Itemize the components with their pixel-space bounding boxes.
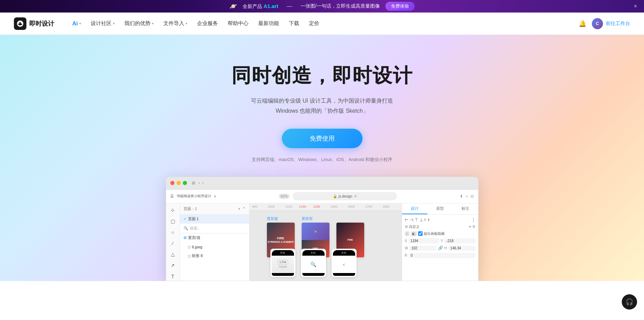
phone-frame3[interactable]: 9:41 ‹: [332, 249, 357, 277]
h-field[interactable]: 146.34: [448, 246, 475, 251]
notification-bell-icon[interactable]: 🔔: [579, 20, 586, 27]
phone-frame1[interactable]: 9:41 云书单 书店首页: [270, 249, 295, 277]
logo-area[interactable]: 即时设计: [14, 17, 54, 30]
nav-import-label: 文件导入: [163, 20, 184, 27]
rotation-row: R 0: [405, 253, 475, 258]
w-field[interactable]: 102: [409, 246, 437, 251]
nav-item-enterprise[interactable]: 企业服务: [193, 18, 222, 29]
layer-rect-label: 矩形 8: [192, 253, 203, 258]
tiles-icon[interactable]: ⊡: [471, 194, 474, 199]
tab-annotation[interactable]: 标注: [453, 203, 478, 214]
align-bottom-icon[interactable]: ⊧: [428, 217, 430, 222]
hero-subtitle-line1: 可云端编辑的专业级 UI 设计工具，为中国设计师量身打造: [251, 98, 393, 104]
app-preview-window: ⊞ ‹ › ☰ 书籍阅读类小程序设计 ▾ 62% 🔒 js.design ↺ ⬆…: [166, 177, 479, 281]
right-panel: 设计 原型 标注 ⊢ ⊣ ⊤ ⊥ ⊦ ⊧ ⋮: [402, 203, 478, 281]
project-name-label: 书籍阅读类小程序设计: [177, 194, 211, 199]
circle-tool-icon[interactable]: ○: [169, 228, 177, 237]
align-center-h-icon[interactable]: ⊣: [410, 217, 413, 222]
custom-settings-icon[interactable]: ⚙: [472, 225, 475, 229]
phone-status-bar2: 9:41: [302, 250, 325, 256]
frame2-top-image: 📚: [302, 223, 329, 240]
zoom-level[interactable]: 62%: [279, 194, 290, 199]
link-icon[interactable]: 🔗: [438, 246, 443, 250]
arrow-tool-icon[interactable]: ↗: [169, 261, 177, 270]
nav-item-features[interactable]: 最新功能: [254, 18, 283, 29]
layer-page1[interactable]: ✓ 页面 1: [180, 215, 249, 224]
banner-icon: 🪐: [229, 2, 237, 10]
layer-image[interactable]: □ 6.jpeg: [180, 242, 249, 251]
menu-icon[interactable]: ☰: [170, 194, 174, 199]
props-section: ⊢ ⊣ ⊤ ⊥ ⊦ ⊧ ⋮ ⊞ 自定义 ▾ ⚙: [402, 215, 478, 263]
nav-item-import[interactable]: 文件导入 ▾: [159, 18, 191, 29]
left-toolbar: ⊹ ▢ ○ ∕ △ ↗ T: [166, 203, 180, 281]
nav-ai-label: Ai: [72, 21, 78, 27]
phone-frame2[interactable]: 9:41 🔍: [301, 249, 326, 277]
overflow-checkbox[interactable]: [418, 231, 423, 236]
phone-bottom2: [302, 273, 325, 276]
overflow-label-text: 超出画板隐藏: [424, 231, 445, 236]
window-minimize-dot[interactable]: [177, 181, 181, 185]
r-field[interactable]: 0: [409, 253, 475, 258]
y-field[interactable]: -218: [445, 238, 475, 243]
custom-def-row: ⊞ 自定义 ▾ ⚙: [405, 224, 475, 229]
frame2-label: 置页/百: [302, 216, 313, 221]
hero-cta-button[interactable]: 免费使用: [282, 129, 362, 148]
x-label: X: [405, 239, 407, 243]
align-middle-v-icon[interactable]: ⊦: [424, 217, 426, 222]
window-maximize-dot[interactable]: [183, 181, 187, 185]
h-label: H: [445, 246, 447, 250]
nav-download-label: 下载: [289, 20, 299, 27]
nav-item-help[interactable]: 帮助中心: [223, 18, 253, 29]
banner-close-button[interactable]: ×: [634, 3, 637, 9]
layer-search-bar[interactable]: 🔍 搜索...: [180, 224, 249, 233]
alignment-row: ⊢ ⊣ ⊤ ⊥ ⊦ ⊧ ⋮: [405, 217, 475, 222]
align-top-icon[interactable]: ⊥: [419, 217, 423, 222]
text-tool-icon[interactable]: T: [169, 272, 177, 281]
banner-cta-button[interactable]: 免费体验: [385, 2, 415, 11]
distribute-icon[interactable]: ⋮: [471, 217, 475, 222]
custom-dropdown-icon[interactable]: ▾: [469, 225, 471, 229]
checkmark-icon: ✓: [184, 217, 187, 221]
layer-frame-label: 置页/首: [188, 235, 201, 240]
pen-tool-icon[interactable]: ∕: [169, 239, 177, 248]
nav-item-download[interactable]: 下载: [285, 18, 303, 29]
window-close-dot[interactable]: [170, 181, 174, 185]
nav-item-advantages[interactable]: 我们的优势 ▾: [120, 18, 158, 29]
hero-title: 同时创造，即时设计: [231, 63, 413, 89]
x-field[interactable]: 1194: [408, 238, 439, 243]
add-tab-icon[interactable]: +: [466, 194, 468, 198]
forward-icon[interactable]: ›: [202, 181, 204, 185]
align-left-icon[interactable]: ⊢: [405, 217, 408, 222]
nav-item-ai[interactable]: Ai ▾: [68, 18, 85, 29]
overflow-checkbox-label[interactable]: 超出画板隐藏: [418, 231, 445, 236]
triangle-tool-icon[interactable]: △: [169, 250, 177, 258]
window-url-bar-row: ☰ 书籍阅读类小程序设计 ▾ 62% 🔒 js.design ↺ ⬆ + ⊡: [166, 190, 478, 203]
expand-pages-icon[interactable]: ⌃: [243, 207, 246, 211]
align-right-icon[interactable]: ⊤: [415, 217, 418, 222]
banner-product-name: A1: [263, 3, 270, 9]
layer-frame[interactable]: ⊞ 置页/首: [180, 233, 249, 242]
hero-subtitle-line2: Windows 也能用的「协作版 Sketch」: [276, 108, 368, 114]
hero-subtitle: 可云端编辑的专业级 UI 设计工具，为中国设计师量身打造 Windows 也能用…: [251, 96, 393, 116]
layer-rect[interactable]: □ 矩形 8: [180, 251, 249, 261]
goto-workspace-button[interactable]: C 前往工作台: [592, 18, 630, 29]
tab-design[interactable]: 设计: [402, 203, 427, 214]
tab-prototype[interactable]: 原型: [427, 203, 453, 214]
canvas-area[interactable]: 900 1000 1100 1194 1296 1500 1600 1700 1…: [250, 203, 402, 281]
ai-chevron-icon: ▾: [79, 22, 81, 25]
banner-middle-text: 一张图/一句话，立即生成高质量图像: [301, 3, 380, 9]
hero-section: 同时创造，即时设计 可云端编辑的专业级 UI 设计工具，为中国设计师量身打造 W…: [0, 35, 644, 281]
add-page-icon[interactable]: +: [238, 207, 240, 211]
share-icon[interactable]: ⬆: [460, 194, 463, 199]
pages-label: 页面：1: [184, 206, 197, 211]
nav-item-pricing[interactable]: 定价: [305, 18, 324, 29]
move-tool-icon[interactable]: ⊹: [169, 206, 177, 215]
url-bar: 🔒 js.design ↺: [293, 192, 397, 200]
frame-tool-icon[interactable]: ▢: [169, 217, 177, 225]
search-placeholder: 搜索...: [190, 226, 201, 231]
back-icon[interactable]: ‹: [199, 181, 200, 185]
nav-item-community[interactable]: 设计社区 ▾: [87, 18, 119, 29]
right-panel-tabs: 设计 原型 标注: [402, 203, 478, 215]
dropdown-arrow[interactable]: ▾: [214, 194, 216, 198]
layers-header: 页面：1 + ⌃: [180, 203, 249, 215]
